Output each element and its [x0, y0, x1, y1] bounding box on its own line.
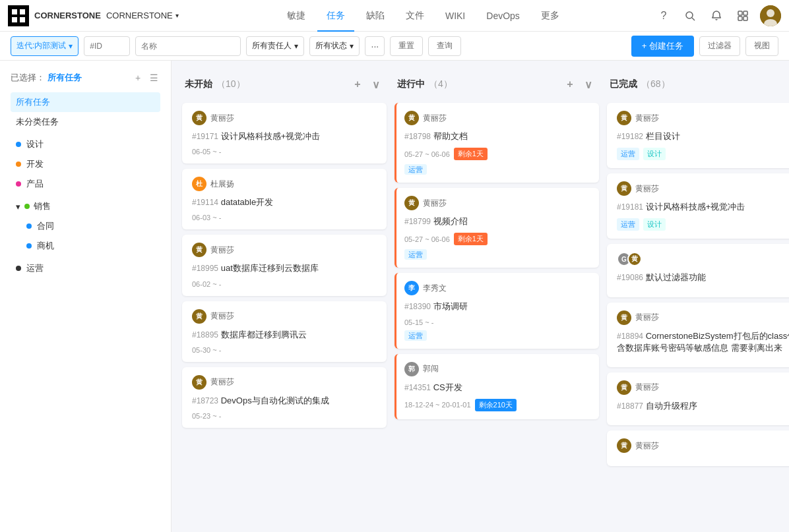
card-18723[interactable]: 黄 黄丽莎 #18723 DevOps与自动化测试的集成 05-23 ~ - — [182, 367, 387, 428]
sidebar-item-product[interactable]: 产品 — [11, 174, 160, 194]
project-selector[interactable]: CORNERSTONE ▾ — [106, 11, 179, 20]
nav-item-bugs[interactable]: 缺陷 — [357, 0, 394, 32]
col-title-completed: 已完成 — [610, 78, 637, 90]
iteration-filter[interactable]: 迭代:内部测试 ▾ — [11, 36, 79, 56]
card-18895[interactable]: 黄 黄丽莎 #18895 数据库都迁移到腾讯云 05-30 ~ - — [182, 301, 387, 362]
card-header: 黄 黄丽莎 — [404, 196, 591, 210]
nav-item-wiki[interactable]: WIKI — [436, 0, 474, 32]
card-date: 05-27 ~ 06-06 — [404, 150, 450, 158]
card-tags: 运营 — [404, 249, 591, 260]
filter-button[interactable]: 过滤器 — [699, 36, 740, 56]
search-icon[interactable] — [681, 7, 699, 25]
owner-filter[interactable]: 所有责任人 ▾ — [246, 36, 304, 56]
card-tag-ops: 运营 — [617, 148, 639, 160]
card-header: 黄 黄丽莎 — [192, 309, 379, 324]
card-14351[interactable]: 郭 郭闯 #14351 CS开发 18-12-24 ~ 20-01-01 剩余2… — [394, 354, 599, 419]
help-icon[interactable]: ? — [654, 7, 673, 25]
grid-icon[interactable] — [734, 7, 752, 25]
bell-icon[interactable] — [707, 7, 726, 25]
product-label: 产品 — [26, 178, 44, 190]
query-button[interactable]: 查询 — [428, 36, 461, 56]
nav-item-files[interactable]: 文件 — [396, 0, 433, 32]
sidebar-item-dev[interactable]: 开发 — [11, 154, 160, 174]
opportunity-dot — [26, 243, 32, 249]
add-card-icon[interactable]: + — [562, 76, 578, 92]
sidebar-item-design[interactable]: 设计 — [11, 134, 160, 154]
card-18799[interactable]: 黄 黄丽莎 #18799 视频介绍 05-27 ~ 06-06 剩余1天 运营 — [394, 188, 599, 268]
sidebar-item-contract[interactable]: 合同 — [11, 216, 160, 236]
name-filter[interactable] — [135, 36, 241, 56]
ops-label: 运营 — [26, 262, 44, 274]
avatar: 黄 — [192, 309, 206, 324]
col-actions-not-started: + ∨ — [350, 76, 384, 92]
badge-urgent: 剩余1天 — [454, 148, 488, 160]
col-count-not-started: （10） — [216, 78, 245, 90]
nav-item-more[interactable]: 更多 — [532, 0, 569, 32]
add-category-button[interactable]: + — [131, 71, 144, 84]
sidebar-item-opportunity[interactable]: 商机 — [11, 236, 160, 256]
svg-rect-10 — [743, 16, 747, 20]
sidebar-header: 已选择： 所有任务 + ☰ — [0, 71, 171, 92]
card-user: 黄丽莎 — [635, 382, 659, 393]
card-19181[interactable]: 黄 黄丽莎 #19181 设计风格科技感+视觉冲击 运营 设计 — [607, 173, 789, 239]
card-19114[interactable]: 杜 杜展扬 #19114 datatable开发 06-03 ~ - — [182, 169, 387, 229]
card-date: 05-23 ~ - — [192, 412, 221, 420]
nav-item-tasks[interactable]: 任务 — [317, 0, 354, 32]
card-18894[interactable]: 黄 黄丽莎 #18894 CornerstoneBizSystem打包后的cla… — [607, 303, 789, 367]
col-menu-icon[interactable]: ∨ — [581, 76, 596, 92]
col-menu-icon[interactable]: ∨ — [368, 76, 384, 92]
create-task-button[interactable]: + 创建任务 — [631, 36, 694, 57]
card-header: 黄 黄丽莎 — [404, 111, 591, 125]
status-filter[interactable]: 所有状态 ▾ — [309, 36, 360, 56]
opportunity-label: 商机 — [37, 240, 54, 252]
svg-rect-4 — [20, 17, 25, 22]
card-title: #19086 默认过滤器功能 — [617, 272, 789, 283]
col-header-in-progress: 进行中 （4） + ∨ — [394, 71, 599, 98]
nav-item-devops[interactable]: DevOps — [477, 0, 529, 32]
card-user: 黄丽莎 — [210, 245, 234, 256]
owner-label: 所有责任人 — [252, 40, 292, 51]
contract-dot — [26, 223, 32, 229]
card-title: #18895 数据库都迁移到腾讯云 — [192, 329, 379, 341]
top-nav: CORNERSTONE CORNERSTONE ▾ 敏捷 任务 缺陷 文件 WI… — [0, 0, 789, 32]
card-18877[interactable]: 黄 黄丽莎 #18877 自动升级程序 — [607, 372, 789, 425]
card-tag-ops: 运营 — [404, 249, 427, 260]
svg-rect-2 — [20, 9, 25, 15]
list-view-icon[interactable]: ☰ — [147, 71, 160, 84]
card-19182[interactable]: 黄 黄丽莎 #19182 栏目设计 运营 设计 — [607, 103, 789, 168]
col-header-not-started: 未开始 （10） + ∨ — [182, 71, 387, 98]
sidebar-item-all-tasks[interactable]: 所有任务 — [11, 92, 160, 112]
card-header: 黄 黄丽莎 — [192, 375, 379, 390]
card-footer: 05-27 ~ 06-06 剩余1天 — [404, 233, 591, 245]
card-title: #18390 市场调研 — [404, 301, 591, 312]
more-filter-icon[interactable]: ··· — [365, 36, 385, 56]
card-tag-design: 设计 — [643, 218, 666, 231]
design-label: 设计 — [26, 138, 44, 150]
column-completed: 已完成 （68） + 黄 黄丽莎 #19182 栏目设计 运营 设计 — [607, 71, 789, 521]
card-18390[interactable]: 李 李秀文 #18390 市场调研 05-15 ~ - 运营 — [394, 273, 599, 348]
avatar[interactable] — [760, 5, 781, 26]
card-user: 黄丽莎 — [635, 113, 659, 124]
col-title-in-progress: 进行中 — [397, 78, 425, 90]
avatar: 黄 — [192, 111, 206, 125]
sales-dot — [24, 204, 30, 209]
sidebar-sales-group: ▾ 销售 合同 商机 — [0, 196, 171, 256]
card-18798[interactable]: 黄 黄丽莎 #18798 帮助文档 05-27 ~ 06-06 剩余1天 运营 — [394, 103, 599, 183]
card-19086[interactable]: G 黄 #19086 默认过滤器功能 — [607, 244, 789, 297]
avatar: 黄 — [404, 111, 419, 125]
view-button[interactable]: 视图 — [745, 36, 778, 56]
add-card-icon[interactable]: + — [350, 76, 365, 92]
card-user: 郭闯 — [423, 363, 439, 374]
card-19171[interactable]: 黄 黄丽莎 #19171 设计风格科技感+视觉冲击 06-05 ~ - — [182, 103, 387, 163]
sidebar-item-ops[interactable]: 运营 — [11, 258, 160, 278]
double-avatar: G 黄 — [617, 252, 642, 266]
sidebar-group-sales[interactable]: ▾ 销售 — [11, 196, 160, 216]
nav-item-agile[interactable]: 敏捷 — [278, 0, 315, 32]
id-filter[interactable] — [84, 36, 130, 56]
card-18995[interactable]: 黄 黄丽莎 #18995 uat数据库迁移到云数据库 06-02 ~ - — [182, 235, 387, 295]
chevron-down-icon: ▾ — [69, 42, 73, 51]
card-header: 黄 黄丽莎 — [617, 181, 789, 196]
reset-button[interactable]: 重置 — [390, 36, 423, 56]
sidebar-item-uncategorized[interactable]: 未分类任务 — [11, 112, 160, 132]
card-last[interactable]: 黄 黄丽莎 — [607, 430, 789, 466]
